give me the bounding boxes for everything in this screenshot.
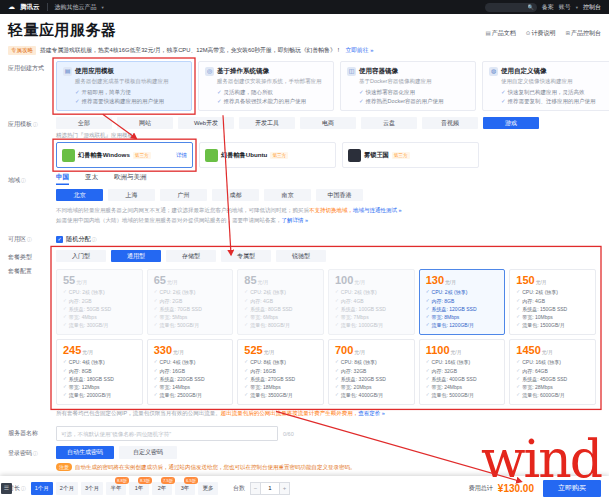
pricing-link[interactable]: 查看定价 » (358, 410, 385, 416)
method-point: ✓推荐熟悉Docker容器的用户使用 (359, 97, 469, 106)
bundle-card-4[interactable]: 130元/月 ✓CPU: 2核 (独享)✓内存: 8GB✓系统盘: 120GB … (419, 269, 506, 335)
random-assign-checkbox[interactable]: ✓ (56, 236, 63, 243)
custom-password-button[interactable]: 自定义密码 (119, 446, 177, 459)
region-city-2[interactable]: 广州 (160, 189, 207, 201)
region-group-0[interactable]: 中国 (56, 173, 69, 185)
creation-method-card-0[interactable]: ▤ 使用应用模板 服务器创建完成基于模板自动构建应用 ✓开箱即用，简单方便 ✓推… (56, 61, 192, 111)
check-icon: ✓ (244, 288, 248, 296)
quantity-minus-button[interactable]: − (250, 482, 261, 495)
app-template-tab-1[interactable]: 网站 (117, 117, 173, 129)
creation-method-card-2[interactable]: ◫ 使用容器镜像 基于Docker容器镜像构建应用 ✓快速部署容器化应用 ✓推荐… (340, 61, 476, 111)
region-group-2[interactable]: 欧洲与美洲 (114, 173, 147, 185)
bundle-type-tab-2[interactable]: 存储型 (166, 250, 216, 262)
region-city-4[interactable]: 南京 (264, 189, 311, 201)
bundle-card-5[interactable]: 150元/月 ✓CPU: 2核 (独享)✓内存: 4GB✓系统盘: 150GB … (509, 269, 596, 335)
template-card-0[interactable]: 幻兽帕鲁Windows 第三方 详情 (56, 142, 193, 168)
page-title: 轻量应用服务器 (8, 21, 117, 40)
bundle-spec: ✓带宽: 12Mbps (63, 383, 136, 391)
bundle-type-tab-0[interactable]: 入门型 (56, 250, 106, 262)
duration-option-7[interactable]: 更多 (198, 482, 218, 495)
method-title: 使用应用模板 (75, 67, 114, 76)
float-menu-button[interactable]: ☰ (1, 483, 12, 494)
duration-option-2[interactable]: 3个月 (81, 482, 103, 495)
learn-more-link[interactable]: 了解详情 » (282, 217, 309, 223)
creation-method-label: 应用创建方式 (8, 61, 56, 111)
template-icon (62, 149, 75, 162)
bundle-spec: ✓带宽: 28Mbps (516, 383, 589, 391)
bundle-spec: ✓带宽: 8Mbps (426, 313, 499, 321)
console-link[interactable]: 控制台 (583, 3, 601, 12)
check-icon: ✓ (244, 297, 248, 305)
bundle-spec: ✓内存: 4GB (244, 297, 317, 305)
method-icon: ◫ (347, 67, 356, 76)
promo-link[interactable]: 立即前往 » (345, 46, 373, 55)
bundle-type-tab-3[interactable]: 专属型 (221, 250, 271, 262)
account-menu[interactable]: 账号 (559, 3, 571, 12)
bundle-card-2: 85元/月 ✓CPU: 2核 (独享)✓内存: 4GB✓系统盘: 80GB SS… (237, 269, 324, 335)
template-card-2[interactable]: 雾锁王国 第三方 (342, 142, 479, 168)
template-detail-link[interactable]: 详情 (176, 152, 187, 159)
bundle-card-7[interactable]: 330元/月 ✓CPU: 4核 (独享)✓内存: 16GB✓系统盘: 220GB… (147, 339, 234, 405)
region-city-5[interactable]: 中国香港 (316, 189, 363, 201)
bundle-price-unit: 元/月 (173, 350, 184, 355)
check-icon: ✓ (154, 383, 158, 391)
document-icon: ▤ (486, 30, 491, 36)
quantity-plus-button[interactable]: + (279, 482, 290, 495)
method-icon: ◍ (489, 67, 498, 76)
brand-name[interactable]: 腾讯云 (20, 3, 40, 12)
template-card-1[interactable]: 幻兽帕鲁Ubuntu 第三方 (199, 142, 336, 168)
bundle-card-8[interactable]: 525元/月 ✓CPU: 8核 (独享)✓内存: 16GB✓系统盘: 270GB… (237, 339, 324, 405)
check-icon: ✓ (244, 391, 248, 399)
zone-label: 可用区ⓘ (8, 232, 56, 244)
bundle-spec: ✓系统盘: 220GB SSD (154, 375, 227, 383)
auto-password-button[interactable]: 自动生成密码 (56, 446, 114, 459)
app-template-tab-3[interactable]: 开发工具 (239, 117, 295, 129)
check-icon: ✓ (154, 313, 158, 321)
check-icon: ✓ (154, 305, 158, 313)
region-city-1[interactable]: 上海 (108, 189, 155, 201)
region-group-1[interactable]: 亚太 (85, 173, 98, 185)
buy-now-button[interactable]: 立即购买 (543, 480, 601, 497)
method-point: ✓开箱即用，简单方便 (75, 88, 185, 97)
bundle-card-9[interactable]: 700元/月 ✓CPU: 8核 (独享)✓内存: 32GB✓系统盘: 320GB… (328, 339, 415, 405)
product-console-link[interactable]: ⊞产品控制台 (565, 29, 601, 38)
quantity-value[interactable]: 1 (261, 482, 279, 495)
app-template-tab-2[interactable]: Web开发 (178, 117, 234, 129)
app-template-tab-5[interactable]: 云盘 (361, 117, 417, 129)
product-docs-link[interactable]: ▤产品文档 (486, 29, 516, 38)
quantity-label: 台数 (233, 484, 245, 493)
app-template-tab-4[interactable]: 电商 (300, 117, 356, 129)
app-template-tab-6[interactable]: 音视频 (422, 117, 478, 129)
bundle-type-tab-1[interactable]: 通用型 (111, 250, 161, 262)
check-icon: ✓ (63, 305, 67, 313)
region-city-3[interactable]: 成都 (212, 189, 259, 201)
duration-option-1[interactable]: 2个月 (56, 482, 78, 495)
server-name-input[interactable] (56, 426, 278, 441)
creation-method-card-3[interactable]: ◍ 使用自定义镜像 使用自定义镜像快速构建应用 ✓快速复制已构建应用，灵活高效 … (482, 61, 609, 111)
template-hint: 精选热门『游戏联机』应用模板 (56, 132, 539, 139)
bundle-card-10[interactable]: 1100元/月 ✓CPU: 16核 (独享)✓内存: 32GB✓系统盘: 400… (419, 339, 506, 405)
bundle-spec: ✓流量包: 3500GB/月 (244, 391, 317, 399)
latency-test-link[interactable]: 地域与连通性测试 » (353, 207, 402, 213)
bundle-type-tab-4[interactable]: 锐驰型 (276, 250, 326, 262)
app-template-tab-0[interactable]: 全部 (56, 117, 112, 129)
bundle-card-11[interactable]: 1450元/月 ✓CPU: 16核 (独享)✓内存: 64GB✓系统盘: 450… (509, 339, 596, 405)
bundle-spec: ✓内存: 32GB (426, 367, 499, 375)
check-icon: ✓ (244, 358, 248, 366)
check-icon: ✓ (426, 367, 430, 375)
region-city-0[interactable]: 北京 (56, 189, 103, 201)
app-template-tab-7[interactable]: 游戏 (483, 117, 539, 129)
duration-option-0[interactable]: 1个月 (31, 482, 53, 495)
billing-info-link[interactable]: ⊙计费说明 (526, 29, 556, 38)
search-input[interactable]: 🔍 (485, 3, 537, 12)
bundle-card-6[interactable]: 245元/月 ✓CPU: 4核 (独享)✓内存: 8GB✓系统盘: 180GB … (56, 339, 143, 405)
bundle-spec: ✓CPU: 2核 (独享) (516, 288, 589, 296)
bundle-grid: 55元/月 ✓CPU: 2核 (独享)✓内存: 2GB✓系统盘: 50GB SS… (56, 269, 596, 405)
char-counter: 0/60 (283, 431, 294, 437)
other-products-menu[interactable]: 选购其他云产品 (55, 3, 97, 12)
beian-link[interactable]: 备案 (542, 3, 554, 12)
check-icon: ✓ (335, 313, 339, 321)
creation-method-card-1[interactable]: ◎ 基于操作系统镜像 服务器创建仅安装操作系统，手动部署应用 ✓灵活构建，随心所… (198, 61, 334, 111)
bundle-spec: ✓系统盘: 270GB SSD (244, 375, 317, 383)
check-icon: ✓ (244, 305, 248, 313)
